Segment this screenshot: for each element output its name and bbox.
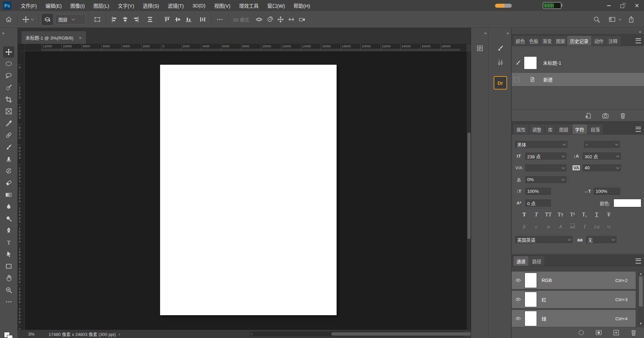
gradient-tool[interactable] [3, 189, 14, 200]
clone-stamp-tool[interactable] [3, 154, 14, 164]
brush-settings-panel-icon[interactable] [495, 43, 506, 54]
move-tool-preset-icon[interactable] [20, 14, 31, 25]
brushes-panel-icon[interactable] [495, 57, 506, 68]
opentype-button[interactable]: 1st [592, 222, 602, 231]
panel-tab[interactable]: 渐变 [540, 36, 553, 46]
opentype-button[interactable]: ½ [604, 222, 614, 231]
text-color-swatch[interactable] [613, 199, 641, 207]
menu-item[interactable]: 增效工具 [235, 0, 263, 11]
menu-item[interactable]: 滤镜(T) [163, 0, 188, 11]
document-page[interactable] [160, 65, 337, 315]
tsume-field[interactable]: 0% [525, 175, 567, 184]
type-style-button[interactable]: TT [543, 210, 553, 219]
load-channel-selection-icon[interactable] [578, 329, 585, 336]
chevron-down-icon[interactable] [618, 17, 622, 20]
vertical-scale-field[interactable]: 100% [525, 187, 552, 195]
opentype-button[interactable]: fi [519, 222, 529, 231]
edit-toolbar[interactable] [3, 296, 14, 307]
align-vertical-centers-button[interactable] [172, 14, 183, 25]
background-color-swatch[interactable] [7, 335, 13, 338]
new-channel-icon[interactable] [612, 329, 620, 336]
font-size-field[interactable]: 238 点 [525, 152, 567, 160]
search-button[interactable] [591, 14, 602, 25]
info-panel-icon[interactable] [475, 43, 485, 54]
panel-menu-icon[interactable] [636, 38, 641, 43]
align-top-edges-button[interactable] [162, 14, 172, 25]
rectangle-tool[interactable] [3, 261, 14, 272]
vertical-scrollbar[interactable] [466, 51, 471, 330]
vertical-scrollbar-thumb[interactable] [467, 132, 470, 239]
3d-pan-button[interactable] [275, 14, 286, 25]
align-right-edges-button[interactable] [131, 14, 141, 25]
history-state-row[interactable]: 新建 [512, 72, 644, 87]
hand-tool[interactable] [3, 273, 14, 283]
visibility-eye-icon[interactable] [515, 277, 522, 283]
horizontal-ruler[interactable]: 1200010000800060004000200002000400060008… [25, 44, 466, 51]
channel-thumbnail[interactable] [525, 311, 537, 326]
panel-tab[interactable]: 注释 [605, 36, 621, 46]
menu-item[interactable]: 文字(Y) [113, 0, 138, 11]
dodge-tool[interactable] [3, 213, 14, 224]
opentype-button[interactable]: st [543, 222, 553, 231]
scroll-up-arrow[interactable]: ▲ [639, 272, 642, 275]
opentype-button[interactable]: A [555, 222, 565, 231]
minimize[interactable] [602, 0, 616, 11]
language-dropdown[interactable]: 美国英语 [514, 235, 573, 244]
panel-tab[interactable]: 图层 [556, 124, 572, 134]
history-snapshot-row[interactable]: 未标题-1 [512, 54, 644, 71]
leading-field[interactable]: 302 点 [582, 152, 622, 160]
horizontal-scrollbar[interactable]: ‹ [250, 332, 464, 336]
type-style-button[interactable]: T [604, 210, 614, 219]
3d-camera-button[interactable] [297, 14, 307, 25]
share-button[interactable] [626, 14, 637, 25]
blur-tool[interactable] [3, 201, 14, 212]
dr-plugin-button[interactable]: Dr [494, 76, 507, 90]
panel-menu-icon[interactable] [636, 259, 641, 264]
baseline-shift-field[interactable]: 0 点 [525, 199, 552, 207]
channels-scrollbar-thumb[interactable] [639, 276, 643, 306]
RGB[interactable]: RGB Ctrl+2 [512, 272, 636, 289]
panel-tab[interactable]: 图案 [554, 36, 566, 46]
menu-item[interactable]: 图层(L) [89, 0, 114, 11]
kerning-field[interactable] [525, 164, 567, 172]
art-history-brush-icon[interactable] [514, 60, 522, 66]
close[interactable] [630, 0, 644, 11]
zoom-tool[interactable] [3, 285, 14, 295]
collapse-dock-chevrons[interactable]: « [484, 31, 486, 36]
healing-brush-tool[interactable] [3, 130, 14, 140]
type-style-button[interactable]: T [592, 210, 602, 219]
panel-tab[interactable]: 通道 [513, 256, 529, 266]
horizontal-scrollbar-thumb[interactable] [331, 332, 471, 336]
visibility-eye-icon[interactable] [515, 316, 522, 322]
menu-item[interactable]: 图像(I) [66, 0, 89, 11]
menu-item[interactable]: 文件(F) [16, 0, 41, 11]
eraser-tool[interactable] [3, 177, 14, 188]
delete-channel-trash-icon[interactable] [630, 329, 637, 336]
panel-tab[interactable]: 动作 [592, 36, 605, 46]
3d-orbit-button[interactable] [254, 14, 264, 25]
frame-tool[interactable] [3, 106, 14, 117]
panel-tab[interactable]: 属性 [513, 124, 529, 134]
more-align-options-button[interactable] [214, 14, 225, 25]
marquee-tool[interactable] [3, 58, 14, 69]
crop-tool[interactable] [3, 94, 14, 105]
move-tool[interactable] [3, 47, 14, 57]
distribute-vertical-button[interactable] [145, 14, 155, 25]
type-style-button[interactable]: Tᴛ [555, 210, 565, 219]
panel-tab[interactable]: 调整 [529, 124, 544, 134]
history-source-checkbox[interactable] [514, 77, 519, 82]
path-selection-tool[interactable] [3, 249, 14, 260]
opentype-button[interactable]: o [531, 222, 541, 231]
expand-toolbar-chevrons[interactable]: » [2, 31, 4, 36]
font-style-dropdown[interactable]: - [583, 140, 621, 149]
visibility-eye-icon[interactable] [515, 296, 522, 302]
panel-tab[interactable]: 库 [545, 124, 556, 134]
delete-state-trash-icon[interactable] [619, 112, 627, 119]
auto-select-toggle[interactable] [42, 14, 53, 25]
type-style-button[interactable]: T [531, 210, 541, 219]
opentype-button[interactable]: ad [567, 222, 578, 231]
home-button[interactable] [3, 14, 14, 25]
collapse-panels-chevrons[interactable]: » [639, 29, 641, 34]
红[interactable]: 红 Ctrl+3 [512, 291, 636, 308]
new-document-from-state-icon[interactable] [584, 112, 592, 119]
